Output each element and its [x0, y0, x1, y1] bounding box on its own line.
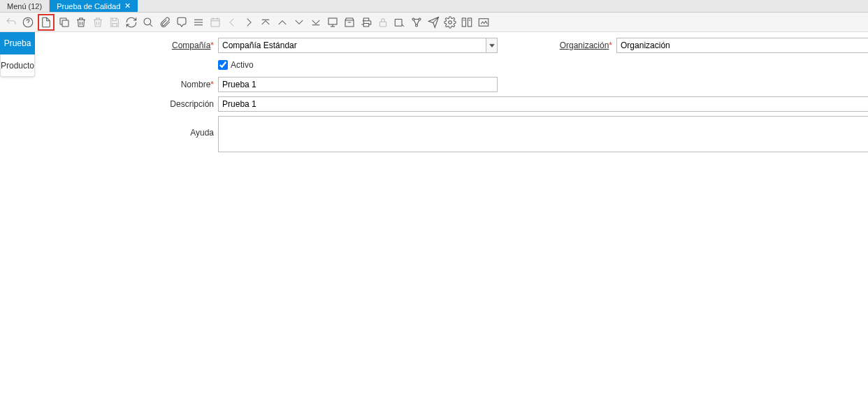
- prev-parent-icon[interactable]: [225, 15, 239, 29]
- form-panel: Compañía Organización Activo: [35, 32, 868, 403]
- main-toolbar: [0, 13, 868, 32]
- undo-icon[interactable]: [4, 15, 18, 29]
- screenshot-icon[interactable]: [477, 15, 491, 29]
- label-compania[interactable]: Compañía: [43, 38, 218, 53]
- label-nombre: Nombre: [43, 77, 218, 92]
- textarea-ayuda[interactable]: [218, 116, 868, 152]
- svg-point-20: [449, 20, 452, 24]
- report-icon[interactable]: [326, 15, 340, 29]
- tab-prueba-calidad[interactable]: Prueba de Calidad ✕: [50, 0, 138, 12]
- lock-icon[interactable]: [376, 15, 390, 29]
- gear-icon[interactable]: [443, 15, 457, 29]
- new-record-highlight: [38, 14, 55, 31]
- side-tab-producto-label: Producto: [1, 61, 34, 71]
- save-icon[interactable]: [108, 15, 122, 29]
- input-organizacion[interactable]: [616, 38, 868, 53]
- help-icon[interactable]: [21, 15, 35, 29]
- chevron-down-icon: [489, 43, 495, 48]
- next-icon[interactable]: [292, 15, 306, 29]
- first-icon[interactable]: [259, 15, 273, 29]
- side-tab-panel: Prueba Producto: [0, 32, 35, 403]
- svg-rect-15: [380, 22, 386, 27]
- chat-icon[interactable]: [175, 15, 189, 29]
- svg-rect-25: [479, 18, 489, 26]
- checkbox-activo[interactable]: [218, 60, 228, 70]
- zoom-across-icon[interactable]: [393, 15, 407, 29]
- svg-rect-16: [395, 19, 402, 26]
- svg-point-17: [412, 18, 414, 20]
- archive-icon[interactable]: [342, 15, 356, 29]
- attachment-icon[interactable]: [158, 15, 172, 29]
- side-tab-producto[interactable]: Producto: [0, 54, 35, 77]
- input-nombre[interactable]: [218, 77, 498, 92]
- delete-icon[interactable]: [74, 15, 88, 29]
- svg-rect-6: [211, 18, 219, 26]
- label-activo: Activo: [231, 60, 254, 70]
- window-tab-bar: Menú (12) Prueba de Calidad ✕: [0, 0, 868, 13]
- svg-rect-22: [468, 18, 472, 27]
- print-icon[interactable]: [359, 15, 373, 29]
- combo-organizacion: [616, 38, 868, 53]
- product-info-icon[interactable]: [460, 15, 474, 29]
- svg-point-18: [419, 18, 421, 20]
- input-compania[interactable]: [218, 38, 486, 53]
- side-tab-prueba[interactable]: Prueba: [0, 32, 35, 54]
- svg-point-19: [416, 24, 418, 27]
- delete-multi-icon[interactable]: [91, 15, 105, 29]
- refresh-icon[interactable]: [124, 15, 138, 29]
- svg-rect-12: [328, 18, 337, 24]
- next-parent-icon[interactable]: [242, 15, 256, 29]
- tab-menu[interactable]: Menú (12): [0, 0, 50, 12]
- main-content: Prueba Producto Compañía Organización: [0, 32, 868, 403]
- tab-active-label: Prueba de Calidad: [57, 2, 120, 10]
- search-icon[interactable]: [141, 15, 155, 29]
- request-icon[interactable]: [426, 15, 440, 29]
- side-tab-prueba-label: Prueba: [4, 38, 31, 48]
- new-record-icon[interactable]: [40, 15, 52, 29]
- input-descripcion[interactable]: [218, 96, 868, 112]
- calendar-icon[interactable]: [208, 15, 222, 29]
- label-organizacion[interactable]: Organización: [498, 38, 616, 53]
- tab-menu-label: Menú (12): [7, 2, 42, 10]
- prev-icon[interactable]: [275, 15, 289, 29]
- grid-toggle-icon[interactable]: [191, 15, 205, 29]
- workflow-icon[interactable]: [410, 15, 424, 29]
- label-descripcion: Descripción: [43, 96, 218, 112]
- combo-compania: [218, 38, 498, 53]
- last-icon[interactable]: [309, 15, 323, 29]
- close-icon[interactable]: ✕: [124, 1, 131, 10]
- svg-rect-1: [62, 20, 68, 27]
- svg-marker-26: [489, 44, 493, 47]
- svg-rect-21: [462, 18, 465, 27]
- copy-icon[interactable]: [57, 15, 71, 29]
- label-ayuda: Ayuda: [43, 116, 218, 149]
- dropdown-compania-button[interactable]: [486, 38, 498, 53]
